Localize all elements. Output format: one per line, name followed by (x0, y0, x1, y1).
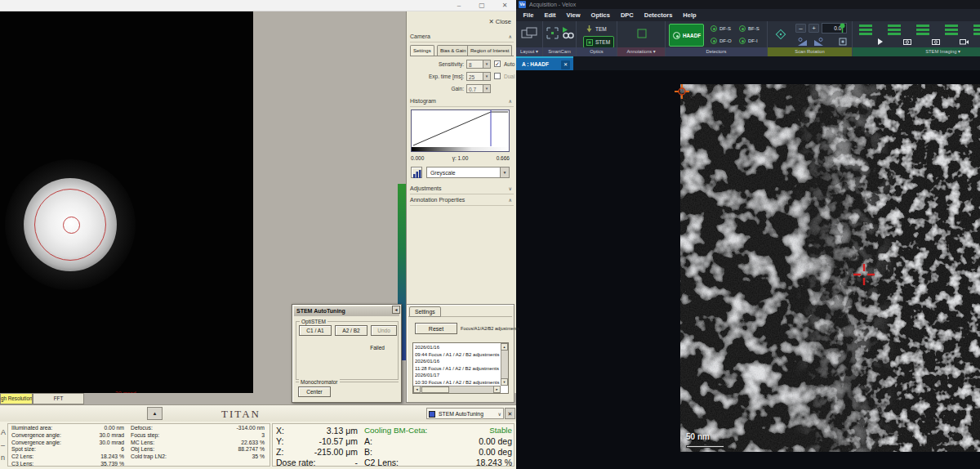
list-item[interactable]: 11:28 Focus / A1 / A2 / B2 adjustments (415, 365, 500, 373)
adjustment-history-list[interactable]: 2026/01/16 09:44 Focus / A1 / A2 / B2 ad… (412, 342, 509, 394)
panel-close-button[interactable]: ✕ Close (488, 18, 511, 25)
tem-icon (586, 25, 593, 33)
list-item[interactable]: 10:30 Focus / A1 / A2 / B2 adjustments (415, 379, 500, 386)
detector-df-o[interactable]: DF-O (710, 38, 732, 44)
selector-close-button[interactable]: ✕ (505, 408, 515, 419)
tab-settings[interactable]: Settings (410, 45, 434, 56)
tab-close-icon[interactable]: ✕ (561, 60, 570, 69)
scan-rotation-icon[interactable] (773, 26, 789, 42)
pin-icon[interactable] (839, 23, 846, 34)
toolbar-overflow-button[interactable] (973, 24, 980, 45)
edge-fragment: n (1, 453, 5, 462)
autotuning-selector[interactable]: STEM AutoTuning ∨ (426, 408, 504, 419)
acquire-single-button[interactable] (888, 24, 912, 45)
smartcam-focus-icon[interactable] (546, 27, 559, 39)
layout-icon[interactable] (521, 27, 537, 39)
reset-button[interactable]: Reset (415, 323, 457, 334)
menu-optics[interactable]: Optics (586, 11, 615, 19)
tab-high-resolution[interactable]: gh Resolution (0, 393, 33, 404)
adjustments-section-header[interactable]: Adjustments ∨ (410, 185, 514, 194)
alpha-tilt-icon[interactable] (797, 37, 808, 47)
detectors-group-label[interactable]: Detectors (666, 47, 767, 56)
titan-bar: ▲ TITAN STEM AutoTuning ∨ ✕ (0, 404, 516, 422)
a2-b2-button[interactable]: A2 / B2 (335, 325, 368, 336)
scroll-up-icon[interactable]: ▲ (501, 343, 508, 351)
beta-tilt-icon[interactable] (813, 37, 824, 47)
dropdown-icon[interactable]: ▼ (483, 73, 490, 80)
beam-camera-view[interactable]: 20 mrad (0, 11, 253, 393)
radio-icon (739, 25, 746, 32)
menu-detectors[interactable]: Detectors (639, 11, 678, 19)
histogram-display-button[interactable] (411, 167, 422, 178)
tem-button[interactable]: TEM (583, 23, 614, 34)
rotation-increase-button[interactable]: + (808, 24, 819, 33)
detector-df-i[interactable]: DF-I (739, 38, 758, 44)
gain-select[interactable]: 0.7 ▼ (466, 84, 491, 93)
list-item[interactable]: 2026/01/16 (415, 358, 500, 365)
auto-checkbox[interactable]: ✓ (494, 60, 501, 67)
smartcam-group-label[interactable]: SmartCam (543, 47, 576, 56)
detector-bf-s[interactable]: BF-S (739, 25, 760, 32)
tab-fft[interactable]: FFT (33, 393, 84, 404)
center-button[interactable]: Center (298, 386, 331, 397)
scroll-right-icon[interactable]: ► (493, 386, 501, 393)
dropdown-icon[interactable]: ▼ (483, 60, 490, 68)
menu-help[interactable]: Help (678, 11, 702, 19)
stem-imaging-group-label[interactable]: STEM Imaging ▾ (853, 47, 980, 56)
dropdown-icon[interactable]: ▼ (500, 168, 509, 177)
acquire-live-button[interactable] (859, 24, 884, 45)
menu-view[interactable]: View (561, 11, 586, 19)
exp-time-select[interactable]: 25 ▼ (466, 72, 491, 81)
frame-select-icon[interactable] (839, 38, 847, 46)
vertical-scrollbar[interactable]: ▲ ▼ (501, 343, 508, 386)
annotations-rectangle-icon[interactable] (637, 29, 647, 38)
annotations-group-label[interactable]: Annotations ▾ (617, 47, 665, 56)
histogram-plot[interactable] (411, 109, 510, 152)
rotation-decrease-button[interactable]: – (795, 24, 806, 33)
list-item[interactable]: 2026/01/17 (415, 372, 500, 379)
menu-dpc[interactable]: DPC (615, 11, 639, 19)
stage-position-marker[interactable] (675, 84, 689, 99)
layout-group-label[interactable]: Layout ▾ (516, 47, 542, 56)
beam-crosshair-marker[interactable] (853, 264, 875, 285)
horizontal-scrollbar[interactable]: ◄ ► (413, 386, 501, 393)
collapse-left-icon[interactable]: ◄ (392, 306, 400, 314)
scan-rotation-group-label[interactable]: Scan Rotation (768, 47, 852, 56)
camera-section-header[interactable]: Camera ∧ (410, 34, 514, 42)
c1-a1-button[interactable]: C1 / A1 (299, 325, 332, 336)
sensitivity-select[interactable]: 8 ▼ (466, 60, 491, 69)
scroll-left-icon[interactable]: ◄ (413, 386, 421, 393)
dropdown-icon[interactable]: ▼ (483, 85, 490, 92)
close-icon[interactable]: ✕ (495, 0, 514, 11)
maximize-icon[interactable]: ▢ (472, 0, 492, 11)
list-item[interactable]: 09:44 Focus / A1 / A2 / B2 adjustments (415, 351, 500, 359)
undo-button[interactable]: Undo (371, 325, 397, 336)
detector-df-s[interactable]: DF-S (710, 25, 731, 32)
stem-button[interactable]: STEM (583, 36, 614, 48)
colormap-select[interactable]: Greyscale ▼ (426, 167, 510, 178)
scrollbar-thumb[interactable] (421, 386, 449, 393)
image-viewport[interactable]: 50 nm (516, 70, 980, 469)
acquire-series-button[interactable] (916, 24, 941, 45)
settings-tab[interactable]: Settings (409, 306, 441, 317)
annotation-properties-header[interactable]: Annotation Properties ∧ (410, 197, 514, 206)
scroll-down-icon[interactable]: ▼ (501, 378, 508, 386)
optics-group-label[interactable]: Optics (577, 47, 617, 56)
haadf-image[interactable] (680, 84, 980, 452)
tab-region-of-interest[interactable]: Region of Interest (467, 45, 512, 56)
dual-checkbox[interactable] (494, 73, 501, 79)
list-item[interactable]: 2026/01/16 (415, 344, 500, 351)
dialog-titlebar[interactable]: STEM AutoTuning (294, 306, 399, 316)
selector-label: STEM AutoTuning (439, 411, 483, 417)
histogram-section-header[interactable]: Histogram ∧ (410, 98, 514, 107)
haadf-detector-button[interactable]: HAADF (669, 24, 704, 47)
menu-edit[interactable]: Edit (539, 11, 561, 19)
menu-file[interactable]: File (518, 11, 539, 19)
tab-a-haadf[interactable]: A : HAADF ✕ (516, 56, 573, 70)
smartcam-play-icon[interactable] (560, 26, 575, 39)
scan-lines-icon (945, 25, 958, 35)
beam-annotation-circle-inner[interactable] (63, 217, 80, 234)
minimize-icon[interactable]: – (449, 0, 469, 11)
tab-bias-gain[interactable]: Bias & Gain (437, 45, 470, 56)
acquire-video-button[interactable] (945, 24, 969, 45)
